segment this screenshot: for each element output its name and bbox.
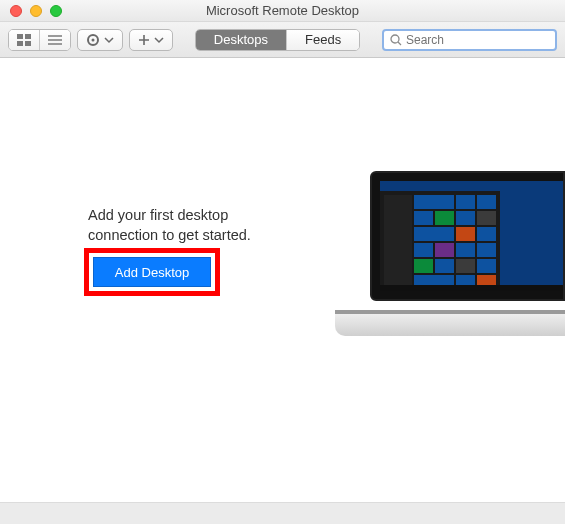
chevron-down-icon [104, 35, 114, 45]
content-area: Add your first desktop connection to get… [0, 58, 565, 502]
tab-feeds[interactable]: Feeds [286, 30, 359, 50]
start-menu-illustration [380, 191, 500, 285]
svg-rect-1 [25, 34, 31, 39]
svg-rect-5 [48, 39, 62, 41]
taskbar-illustration [380, 285, 563, 291]
tab-desktops[interactable]: Desktops [196, 30, 286, 50]
gear-icon [86, 33, 100, 47]
laptop-bezel [370, 171, 565, 301]
chevron-down-icon [154, 35, 164, 45]
svg-rect-2 [17, 41, 23, 46]
highlight-annotation: Add Desktop [84, 248, 220, 296]
svg-rect-3 [25, 41, 31, 46]
svg-rect-6 [48, 43, 62, 45]
titlebar: Microsoft Remote Desktop [0, 0, 565, 22]
svg-rect-4 [48, 35, 62, 37]
add-menu-button[interactable] [129, 29, 173, 51]
svg-rect-0 [17, 34, 23, 39]
svg-point-8 [92, 38, 95, 41]
plus-icon [138, 34, 150, 46]
empty-state-message: Add your first desktop connection to get… [88, 206, 298, 245]
footer-bar [0, 502, 565, 524]
svg-line-10 [398, 42, 401, 45]
list-icon [48, 34, 62, 46]
search-input[interactable] [406, 33, 549, 47]
settings-menu-button[interactable] [77, 29, 123, 51]
view-mode-segment [8, 29, 71, 51]
grid-icon [17, 34, 31, 46]
list-view-button[interactable] [39, 30, 70, 50]
grid-view-button[interactable] [9, 30, 39, 50]
toolbar: Desktops Feeds [0, 22, 565, 58]
laptop-base [335, 314, 565, 336]
search-field[interactable] [382, 29, 557, 51]
laptop-illustration [335, 171, 565, 336]
add-desktop-button[interactable]: Add Desktop [93, 257, 211, 287]
search-icon [390, 34, 402, 46]
laptop-screen [380, 181, 563, 291]
svg-point-9 [391, 35, 399, 43]
main-tabs: Desktops Feeds [195, 29, 360, 51]
window-title: Microsoft Remote Desktop [0, 3, 565, 18]
